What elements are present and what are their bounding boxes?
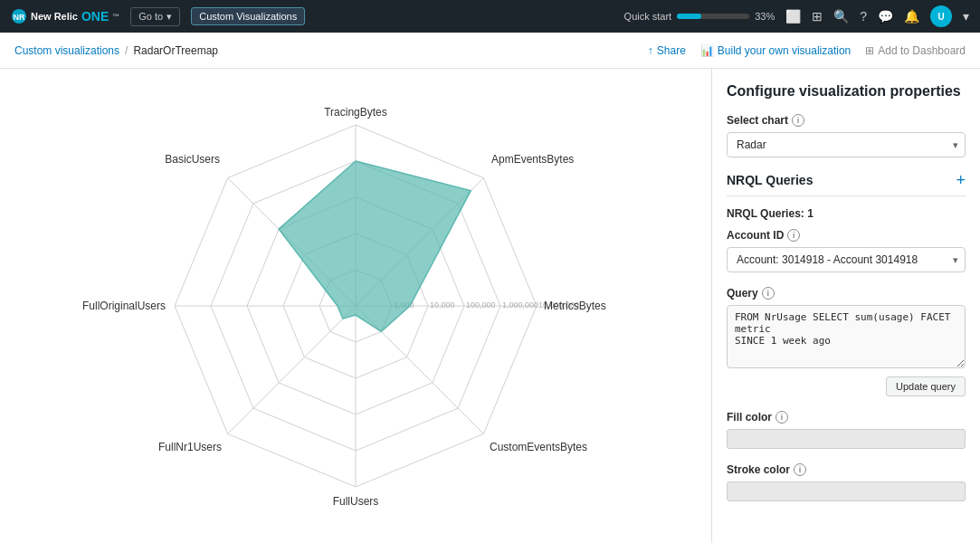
breadcrumb-custom-vis-link[interactable]: Custom visualizations [14, 44, 119, 57]
svg-text:NR: NR [14, 13, 25, 22]
query-label: Query i [727, 287, 966, 300]
go-to-label: Go to [138, 11, 163, 22]
radar-chart: 1,000 10,000 100,000 1,000,000 10,000,00… [39, 89, 672, 523]
add-nrql-button[interactable]: + [956, 172, 966, 188]
select-chart-group: Select chart i Radar Treemap [727, 114, 966, 157]
logo-tm-text: ™ [112, 13, 119, 21]
svg-text:ApmEventsBytes: ApmEventsBytes [491, 153, 574, 166]
new-relic-logo-icon: NR [11, 8, 27, 24]
top-navigation: NR New Relic ONE ™ Go to ▾ Custom Visual… [0, 0, 980, 33]
svg-text:CustomEventsBytes: CustomEventsBytes [490, 441, 587, 453]
bell-icon[interactable]: 🔔 [904, 9, 919, 24]
account-id-group: Account ID i Account: 3014918 - Account … [727, 229, 966, 272]
account-id-info-icon[interactable]: i [787, 229, 800, 242]
nrql-section-title: NRQL Queries [727, 173, 813, 187]
logo-one-text: ONE [81, 9, 109, 24]
query-label-text: Query [727, 287, 758, 300]
svg-text:100,000: 100,000 [466, 300, 496, 310]
progress-bar-bg [677, 14, 749, 19]
chart-icon[interactable]: ⬜ [785, 9, 801, 24]
share-icon: ↑ [648, 44, 653, 57]
nav-right: Quick start 33% ⬜ ⊞ 🔍 ? 💬 🔔 U ▾ [624, 5, 969, 27]
progress-bar-fill [677, 14, 700, 19]
select-chart-label-text: Select chart [727, 114, 788, 127]
query-info-icon[interactable]: i [762, 287, 775, 300]
chevron-down-nav-icon[interactable]: ▾ [963, 9, 969, 24]
user-avatar[interactable]: U [930, 5, 952, 27]
svg-text:TracingBytes: TracingBytes [324, 106, 387, 119]
svg-text:BasicUsers: BasicUsers [165, 153, 220, 166]
stroke-color-label-text: Stroke color [727, 463, 790, 476]
share-label: Share [657, 44, 686, 57]
stroke-color-swatch[interactable] [727, 481, 966, 501]
account-id-label-text: Account ID [727, 229, 784, 242]
nrql-count-label: NRQL Queries: 1 [727, 207, 966, 220]
select-chart-info-icon[interactable]: i [792, 114, 804, 127]
account-id-dropdown[interactable]: Account: 3014918 - Account 3014918 [727, 247, 966, 272]
svg-text:1,000,000: 1,000,000 [502, 300, 538, 310]
fill-color-label-text: Fill color [727, 411, 772, 424]
chevron-down-icon: ▾ [167, 11, 172, 23]
select-chart-label: Select chart i [727, 114, 966, 127]
quick-start-area: Quick start 33% [624, 11, 775, 22]
svg-text:FullOriginalUsers: FullOriginalUsers [82, 300, 166, 312]
nrql-section-header: NRQL Queries + [727, 172, 966, 196]
query-group: Query i FROM NrUsage SELECT sum(usage) F… [727, 287, 966, 396]
account-id-wrapper: Account: 3014918 - Account 3014918 [727, 247, 966, 272]
svg-text:FullNr1Users: FullNr1Users [158, 441, 222, 453]
svg-text:MetricsBytes: MetricsBytes [544, 300, 606, 312]
logo-new-relic-text: New Relic [31, 11, 78, 22]
custom-vis-badge: Custom Visualizations [191, 7, 305, 25]
go-to-button[interactable]: Go to ▾ [130, 7, 180, 26]
secondary-navigation: Custom visualizations / RadarOrTreemap ↑… [0, 33, 980, 69]
message-icon[interactable]: 💬 [878, 9, 893, 24]
select-chart-dropdown[interactable]: Radar Treemap [727, 132, 966, 157]
breadcrumb-separator: / [125, 44, 128, 57]
select-chart-wrapper: Radar Treemap [727, 132, 966, 157]
search-icon[interactable]: 🔍 [833, 9, 849, 24]
build-vis-icon: 📊 [700, 44, 714, 57]
account-id-label: Account ID i [727, 229, 966, 242]
main-layout: 1,000 10,000 100,000 1,000,000 10,000,00… [0, 69, 980, 543]
fill-color-label: Fill color i [727, 411, 966, 424]
fill-color-swatch[interactable] [727, 429, 966, 449]
fill-color-group: Fill color i [727, 411, 966, 449]
breadcrumb-current-page: RadarOrTreemap [133, 44, 218, 57]
fill-color-info-icon[interactable]: i [775, 411, 788, 424]
stroke-color-group: Stroke color i [727, 463, 966, 501]
panel-title: Configure visualization properties [727, 83, 966, 100]
secondary-nav-actions: ↑ Share 📊 Build your own visualization ⊞… [648, 44, 966, 57]
nrql-queries-group: NRQL Queries: 1 Account ID i Account: 30… [727, 207, 966, 396]
quick-start-label: Quick start [624, 11, 672, 22]
stroke-color-label: Stroke color i [727, 463, 966, 476]
logo: NR New Relic ONE ™ [11, 8, 119, 24]
breadcrumb: Custom visualizations / RadarOrTreemap [14, 44, 218, 57]
add-dashboard-icon: ⊞ [865, 44, 874, 57]
build-vis-label: Build your own visualization [718, 44, 851, 57]
grid-icon[interactable]: ⊞ [812, 9, 823, 24]
chart-area: 1,000 10,000 100,000 1,000,000 10,000,00… [0, 69, 712, 543]
svg-text:10,000: 10,000 [430, 300, 455, 310]
share-button[interactable]: ↑ Share [648, 44, 686, 57]
add-to-dashboard-button[interactable]: ⊞ Add to Dashboard [865, 44, 966, 57]
nav-left: NR New Relic ONE ™ Go to ▾ Custom Visual… [11, 7, 305, 26]
stroke-color-info-icon[interactable]: i [794, 463, 806, 476]
progress-pct-label: 33% [755, 11, 775, 22]
svg-text:FullUsers: FullUsers [333, 495, 379, 508]
update-query-button[interactable]: Update query [886, 376, 966, 396]
add-dashboard-label: Add to Dashboard [878, 44, 966, 57]
right-panel: Configure visualization properties Selec… [712, 69, 980, 543]
query-textarea[interactable]: FROM NrUsage SELECT sum(usage) FACET met… [727, 305, 966, 368]
help-icon[interactable]: ? [860, 9, 867, 24]
build-vis-button[interactable]: 📊 Build your own visualization [700, 44, 851, 57]
